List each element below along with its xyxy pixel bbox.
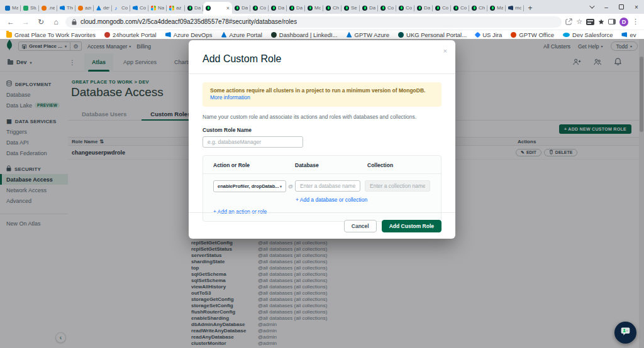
cancel-button[interactable]: Cancel — [344, 220, 377, 232]
browser-tab[interactable]: The — [57, 2, 75, 14]
tab-title: .ne — [48, 5, 55, 11]
browser-tab[interactable]: Da — [232, 2, 250, 14]
browser-tab[interactable]: az — [167, 2, 185, 14]
browser-tab[interactable]: Co — [433, 2, 451, 14]
action-or-role-dropdown[interactable]: enableProfiler, dropDatab... ▾ — [213, 180, 286, 192]
warning-text: Some actions require all clusters in a p… — [210, 87, 425, 94]
close-window-button[interactable]: × — [629, 0, 644, 14]
reload-button[interactable]: ↻ — [35, 18, 47, 26]
warning-banner: Some actions require all clusters in a p… — [203, 82, 441, 107]
bookmark-item[interactable]: US Jira — [475, 31, 502, 38]
browser-tabstrip: Ma Stu .ne The — [0, 0, 644, 14]
back-button[interactable]: ← — [5, 18, 16, 26]
tab-favicon — [362, 6, 367, 11]
tab-favicon — [417, 6, 422, 11]
browser-tab[interactable]: Co — [130, 2, 148, 14]
modal-close-icon[interactable]: × — [443, 47, 447, 55]
minimize-button[interactable]: – — [599, 0, 614, 14]
bookmark-item[interactable]: Great Place To Work Favorites — [6, 31, 96, 38]
tab-title: Da — [278, 5, 284, 11]
browser-tab[interactable]: Co — [396, 2, 414, 14]
tab-favicon — [42, 6, 47, 11]
browser-tab[interactable]: Da — [414, 2, 433, 14]
bookmark-item[interactable]: Dashboard | LinkedI... — [271, 31, 338, 38]
tab-title: The — [67, 5, 73, 11]
browser-menu-icon[interactable]: ⋮ — [632, 18, 639, 26]
tab-title: Co — [460, 5, 467, 11]
browser-tab[interactable]: Co — [250, 2, 269, 14]
forward-button[interactable]: → — [20, 18, 31, 26]
bookmark-label: Azure Portal — [230, 31, 262, 38]
bookmark-item[interactable]: Azure DevOps — [165, 31, 213, 38]
database-name-input[interactable] — [295, 180, 360, 192]
new-tab-button[interactable]: + — [524, 2, 536, 14]
tab-favicon — [5, 6, 10, 11]
extensions-pin-icon[interactable] — [598, 19, 604, 25]
browser-tab[interactable]: Da — [287, 2, 305, 14]
bookmark-item[interactable]: Dev Salesforce — [563, 31, 613, 38]
profile-avatar[interactable]: D — [619, 18, 628, 26]
bookmark-icon — [398, 32, 404, 38]
browser-tab[interactable]: Ma — [487, 2, 506, 14]
tab-title: az — [176, 5, 181, 11]
bookmark-item[interactable]: ev — [621, 31, 636, 38]
tab-search-chevron-icon[interactable] — [584, 0, 599, 14]
bookmark-star-icon[interactable]: ☆ — [576, 18, 582, 26]
tab-favicon — [253, 6, 258, 11]
tab-favicon — [151, 6, 156, 11]
bookmark-item[interactable]: GPTW Azure — [347, 31, 389, 38]
browser-tab[interactable]: Co — [112, 2, 130, 14]
custom-role-name-input[interactable] — [203, 136, 303, 148]
bookmark-item[interactable]: 24hourtek Portal — [104, 31, 157, 38]
browser-tab[interactable]: Mo — [305, 2, 323, 14]
chat-help-button[interactable] — [614, 322, 636, 344]
browser-tab[interactable]: Se — [341, 2, 360, 14]
bookmark-item[interactable]: Azure Portal — [221, 31, 262, 38]
side-panel-icon[interactable] — [608, 19, 616, 24]
browser-tab[interactable]: dev — [94, 2, 112, 14]
bookmark-label: Dev Salesforce — [572, 31, 613, 38]
tab-list: Ma Stu .ne The — [3, 2, 524, 14]
tab-title: Mo — [314, 5, 321, 11]
url-text[interactable]: cloud.mongodb.com/v2/5ca4ddeacf09a235d85… — [80, 18, 297, 25]
media-keys-icon[interactable] — [586, 19, 594, 25]
add-custom-role-button[interactable]: Add Custom Role — [382, 220, 441, 232]
browser-tab[interactable]: Da — [185, 2, 203, 14]
browser-tab[interactable]: Na — [148, 2, 167, 14]
browser-tab[interactable]: Co — [451, 2, 469, 14]
maximize-button[interactable] — [614, 0, 629, 14]
share-icon[interactable] — [565, 18, 572, 25]
browser-tab[interactable]: mo — [506, 2, 524, 14]
tab-close-icon[interactable]: × — [226, 5, 230, 11]
browser-tab[interactable]: .ne — [39, 2, 57, 14]
collection-name-input[interactable] — [365, 180, 430, 192]
browser-tab[interactable]: Co — [378, 2, 396, 14]
browser-tab[interactable]: Stu — [21, 2, 39, 14]
browser-tab[interactable]: Ch — [323, 2, 341, 14]
tab-title: Co — [260, 5, 266, 11]
add-database-or-collection-link[interactable]: + Add a database or collection — [296, 197, 431, 203]
tab-title: Da — [194, 5, 201, 11]
bookmark-icon — [271, 32, 277, 38]
bookmark-icon — [621, 32, 627, 38]
home-button[interactable]: ⌂ — [50, 18, 62, 26]
tab-favicon — [435, 6, 440, 11]
browser-tab[interactable]: azu — [75, 2, 94, 14]
bookmark-item[interactable]: UKG Personal Portal... — [398, 31, 467, 38]
browser-tab[interactable]: Da — [269, 2, 287, 14]
browser-tab[interactable]: Da — [360, 2, 378, 14]
bookmark-item[interactable]: GPTW Office — [511, 31, 554, 38]
database-column-label: Database — [295, 162, 367, 168]
tab-favicon — [206, 6, 211, 11]
tab-favicon — [344, 6, 349, 11]
browser-tab[interactable]: Ch — [469, 2, 487, 14]
tab-title: Se — [351, 5, 357, 11]
tab-favicon — [380, 6, 386, 11]
browser-tab[interactable]: Ma — [3, 2, 21, 14]
bookmark-label: US Jira — [482, 31, 502, 38]
address-bar[interactable]: cloud.mongodb.com/v2/5ca4ddeacf09a235d85… — [65, 16, 562, 28]
bookmark-label: 24hourtek Portal — [113, 31, 157, 38]
chevron-down-icon: ▾ — [280, 184, 282, 188]
more-information-link[interactable]: More information — [210, 94, 250, 101]
browser-tab[interactable]: × — [203, 2, 232, 14]
